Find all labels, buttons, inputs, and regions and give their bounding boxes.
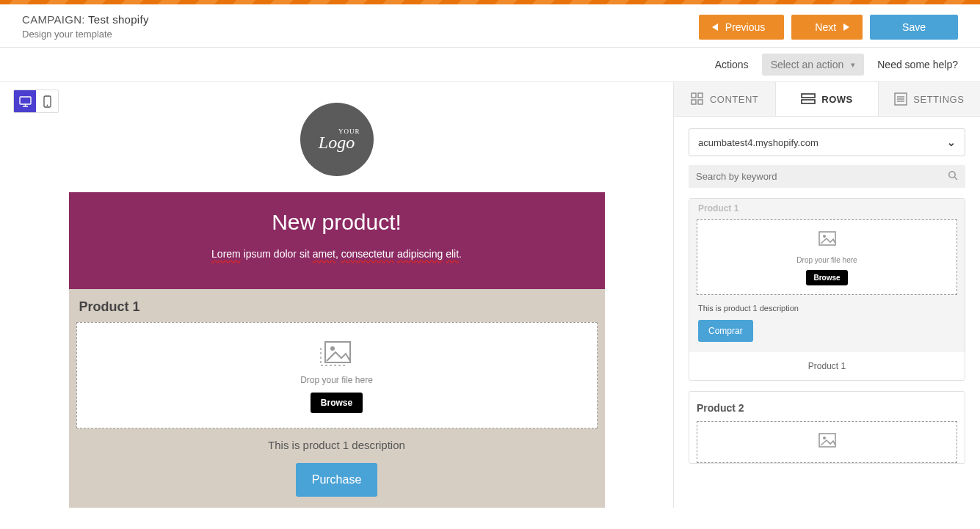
svg-point-4 (46, 104, 48, 106)
svg-point-17 (949, 172, 955, 178)
row-image-dropzone[interactable]: Drop your file here Browse (697, 219, 957, 295)
row-card-product-1[interactable]: Product 1 Drop your file here Browse Thi… (689, 198, 965, 381)
hero-word: elit (446, 248, 459, 260)
row-card-cut-title: Product 1 (698, 203, 957, 214)
next-label: Next (815, 21, 836, 33)
row-description: This is product 1 description (698, 304, 956, 313)
campaign-title: CAMPAIGN: Test shopify (22, 13, 149, 26)
sidebar-tabs: CONTENT ROWS SETTINGS (674, 82, 980, 117)
tab-content[interactable]: CONTENT (674, 82, 775, 116)
tab-settings-label: SETTINGS (913, 94, 964, 105)
mobile-icon (43, 95, 51, 108)
store-select-value: acumbatest4.myshopify.com (698, 137, 819, 148)
hero-word: amet (313, 248, 335, 260)
image-placeholder-icon (816, 432, 838, 451)
desktop-icon (19, 96, 32, 107)
search-row (689, 165, 965, 188)
help-link[interactable]: Need some help? (877, 59, 958, 70)
hero-block[interactable]: New product! Lorem ipsum dolor sit amet,… (69, 192, 605, 289)
rows-icon (801, 93, 816, 105)
logo-main-text: Logo (319, 135, 355, 151)
header-subtitle: Design your template (22, 29, 149, 40)
header: CAMPAIGN: Test shopify Design your templ… (0, 4, 980, 48)
hero-word: Lorem (211, 248, 241, 260)
actions-select[interactable]: Select an action ▾ (762, 54, 865, 76)
row-buy-button[interactable]: Comprar (698, 320, 753, 342)
svg-point-20 (823, 235, 826, 238)
hero-title: New product! (91, 210, 583, 235)
triangle-left-icon (712, 23, 718, 31)
svg-rect-9 (692, 100, 696, 104)
triangle-right-icon (843, 23, 849, 31)
grid-icon (691, 92, 704, 106)
row-image-dropzone[interactable] (697, 421, 957, 463)
purchase-button[interactable]: Purchase (296, 463, 378, 497)
svg-rect-11 (802, 94, 815, 98)
previous-button[interactable]: Previous (699, 15, 784, 40)
actions-select-placeholder: Select an action (771, 59, 844, 70)
svg-rect-0 (20, 97, 31, 104)
row-dropzone-text: Drop your file here (703, 256, 951, 264)
row-card-title: Product 2 (689, 392, 965, 421)
svg-point-22 (823, 437, 826, 439)
product-description: This is product 1 description (76, 439, 598, 451)
mobile-view-button[interactable] (36, 90, 58, 112)
tab-settings[interactable]: SETTINGS (878, 82, 980, 116)
row-browse-button[interactable]: Browse (806, 270, 847, 285)
email-canvas[interactable]: YOUR Logo New product! Lorem ipsum dolor… (69, 90, 605, 508)
row-card-product-2[interactable]: Product 2 (689, 391, 965, 464)
save-button[interactable]: Save (870, 15, 958, 40)
editor-area: YOUR Logo New product! Lorem ipsum dolor… (0, 82, 674, 508)
image-placeholder-icon (816, 230, 838, 249)
tab-content-label: CONTENT (710, 94, 758, 105)
sidebar: CONTENT ROWS SETTINGS acumbatest4.myshop… (674, 82, 980, 508)
chevron-down-icon: ▾ (851, 60, 855, 70)
next-button[interactable]: Next (791, 15, 863, 40)
campaign-label: CAMPAIGN: (22, 13, 85, 26)
tab-rows[interactable]: ROWS (775, 82, 877, 116)
svg-line-18 (955, 178, 958, 180)
dropzone-text: Drop your file here (84, 375, 589, 385)
hero-word: . (459, 248, 462, 260)
svg-rect-12 (802, 100, 815, 103)
hero-word: ipsum dolor sit (241, 248, 313, 260)
settings-list-icon (894, 92, 907, 106)
hero-word: adipiscing (397, 248, 443, 260)
viewport-toggle (13, 90, 59, 113)
actions-label: Actions (715, 59, 749, 70)
hero-word: , (335, 248, 341, 260)
hero-word: consectetur (341, 248, 394, 260)
image-placeholder-icon (319, 339, 355, 368)
search-input[interactable] (696, 171, 948, 182)
desktop-view-button[interactable] (14, 90, 36, 112)
svg-rect-10 (698, 100, 703, 104)
browse-button[interactable]: Browse (311, 393, 363, 413)
product-title: Product 1 (79, 299, 598, 315)
logo-block[interactable]: YOUR Logo (69, 90, 605, 192)
toolbar: Actions Select an action ▾ Need some hel… (0, 48, 980, 82)
campaign-name: Test shopify (88, 13, 149, 26)
svg-rect-8 (698, 93, 703, 98)
svg-point-6 (330, 346, 335, 351)
chevron-down-icon: ⌄ (947, 136, 956, 148)
svg-rect-7 (692, 93, 696, 98)
product-block[interactable]: Product 1 Drop your file here Browse Thi… (69, 289, 605, 497)
store-select[interactable]: acumbatest4.myshopify.com ⌄ (689, 128, 965, 156)
row-card-footer: Product 1 (689, 352, 965, 380)
image-dropzone[interactable]: Drop your file here Browse (76, 322, 598, 428)
tab-rows-label: ROWS (821, 94, 852, 105)
search-icon (948, 170, 958, 183)
save-label: Save (902, 21, 926, 33)
previous-label: Previous (725, 21, 765, 33)
hero-text: Lorem ipsum dolor sit amet, consectetur … (91, 248, 583, 260)
logo-placeholder: YOUR Logo (300, 103, 374, 176)
